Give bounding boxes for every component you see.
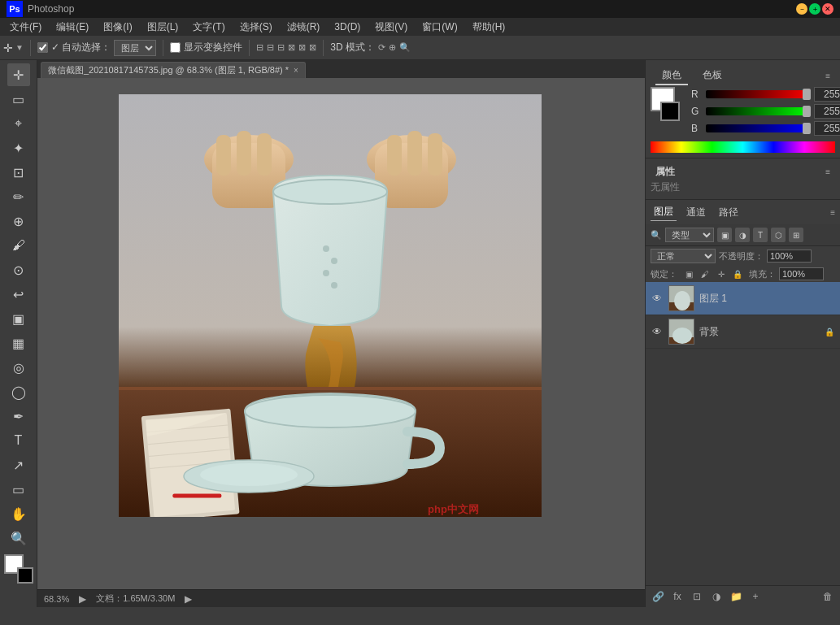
filter-adjustment-icon[interactable]: ◑: [735, 228, 750, 242]
eyedropper-tool[interactable]: ✏: [7, 185, 30, 208]
layer-adjustment-icon[interactable]: ◑: [709, 589, 724, 604]
move-tool[interactable]: ✛: [7, 63, 30, 86]
opacity-label: 不透明度：: [719, 250, 764, 263]
color-panel-menu[interactable]: ≡: [825, 72, 830, 80]
minimize-button[interactable]: －: [796, 3, 807, 15]
layer-delete-icon[interactable]: 🗑: [820, 589, 835, 604]
shape-tool[interactable]: ▭: [7, 478, 30, 501]
status-arrow-right[interactable]: ▶: [185, 593, 192, 605]
tab-layers[interactable]: 图层: [651, 203, 677, 221]
status-arrow[interactable]: ▶: [79, 593, 86, 605]
g-value[interactable]: [814, 104, 840, 119]
show-transform-checkbox[interactable]: [170, 42, 181, 53]
tab-swatches[interactable]: 色板: [696, 67, 729, 85]
align-center-v-icon[interactable]: ⊠: [298, 42, 306, 53]
menu-type[interactable]: 文字(T): [186, 19, 231, 36]
3d-pan-icon[interactable]: ⊕: [389, 42, 396, 53]
filter-shape-icon[interactable]: ⬡: [771, 228, 786, 242]
b-slider[interactable]: [706, 124, 811, 132]
layer-select[interactable]: 图层: [114, 40, 156, 56]
fg-bg-swatch[interactable]: [651, 87, 685, 121]
svg-point-15: [331, 258, 337, 264]
lock-paint-icon[interactable]: 🖌: [699, 267, 712, 280]
filter-type-select[interactable]: 类型: [665, 228, 714, 242]
align-center-h-icon[interactable]: ⊟: [267, 42, 274, 53]
background-color[interactable]: [17, 567, 33, 584]
opacity-input[interactable]: [767, 250, 812, 263]
menu-edit[interactable]: 编辑(E): [50, 19, 95, 36]
layer-bg-visibility[interactable]: 👁: [651, 325, 664, 338]
close-tab-button[interactable]: ×: [294, 66, 298, 75]
gradient-tool[interactable]: ▦: [7, 332, 30, 354]
props-panel-menu[interactable]: ≡: [825, 167, 830, 176]
align-top-icon[interactable]: ⊠: [288, 42, 295, 53]
layer-link-icon[interactable]: 🔗: [651, 589, 665, 604]
fg-bg-colors[interactable]: [4, 554, 33, 584]
brush-tool[interactable]: 🖌: [7, 234, 30, 257]
lasso-tool[interactable]: ⌖: [7, 112, 30, 135]
layer-folder-icon[interactable]: 📁: [729, 589, 743, 604]
align-right-icon[interactable]: ⊟: [277, 42, 285, 53]
filter-smart-icon[interactable]: ⊞: [789, 228, 803, 242]
menu-view[interactable]: 视图(V): [368, 19, 414, 36]
layer-mask-icon[interactable]: ⊡: [690, 589, 704, 604]
lock-transparency-icon[interactable]: ▣: [682, 267, 695, 280]
r-value[interactable]: [814, 87, 840, 102]
crop-tool[interactable]: ⊡: [7, 161, 30, 184]
text-tool[interactable]: T: [7, 429, 30, 452]
dodge-tool[interactable]: ◯: [7, 380, 30, 403]
background-swatch[interactable]: [660, 102, 680, 121]
g-slider[interactable]: [706, 107, 811, 115]
lock-all-icon[interactable]: 🔒: [731, 267, 744, 280]
window-controls[interactable]: － ＋ ✕: [796, 3, 833, 15]
menu-layer[interactable]: 图层(L): [141, 19, 185, 36]
layer-1-visibility[interactable]: 👁: [651, 292, 664, 305]
auto-select-label: ✓ 自动选择：: [51, 41, 111, 54]
layers-panel-menu[interactable]: ≡: [830, 208, 835, 217]
svg-point-31: [674, 291, 690, 310]
close-button[interactable]: ✕: [822, 3, 833, 15]
blend-mode-select[interactable]: 正常: [651, 249, 716, 263]
clone-tool[interactable]: ⊙: [7, 258, 30, 281]
3d-zoom-icon[interactable]: 🔍: [399, 42, 411, 53]
layer-fx-icon[interactable]: fx: [670, 589, 685, 604]
align-left-icon[interactable]: ⊟: [256, 42, 263, 53]
3d-mode-label: 3D 模式：: [330, 41, 375, 54]
menu-window[interactable]: 窗口(W): [416, 19, 464, 36]
document-tab[interactable]: 微信截图_20210817145735.jpg @ 68.3% (图层 1, R…: [41, 62, 306, 78]
tab-paths[interactable]: 路径: [716, 204, 742, 221]
filter-type-icon[interactable]: T: [753, 228, 768, 242]
b-value[interactable]: [814, 121, 840, 136]
zoom-tool[interactable]: 🔍: [7, 527, 30, 549]
pen-tool[interactable]: ✒: [7, 405, 30, 428]
menu-select[interactable]: 选择(S): [233, 19, 279, 36]
eraser-tool[interactable]: ▣: [7, 307, 30, 330]
align-bottom-icon[interactable]: ⊠: [309, 42, 316, 53]
menu-image[interactable]: 图像(I): [97, 19, 138, 36]
menu-filter[interactable]: 滤镜(R): [281, 19, 327, 36]
r-slider[interactable]: [706, 90, 811, 98]
layer-new-icon[interactable]: +: [748, 589, 763, 604]
maximize-button[interactable]: ＋: [809, 3, 820, 15]
blur-tool[interactable]: ◎: [7, 356, 30, 379]
hand-tool[interactable]: ✋: [7, 502, 30, 525]
select-tool[interactable]: ▭: [7, 88, 30, 111]
path-select-tool[interactable]: ↗: [7, 454, 30, 476]
3d-orbit-icon[interactable]: ⟳: [378, 42, 385, 53]
filter-pixel-icon[interactable]: ▣: [717, 228, 732, 242]
layer-item-bg[interactable]: 👁 背景 🔒: [646, 315, 840, 349]
tab-channels[interactable]: 通道: [683, 204, 709, 221]
menu-file[interactable]: 文件(F): [3, 19, 48, 36]
healing-tool[interactable]: ⊕: [7, 210, 30, 232]
magic-wand-tool[interactable]: ✦: [7, 137, 30, 159]
history-tool[interactable]: ↩: [7, 283, 30, 306]
lock-move-icon[interactable]: ✛: [715, 267, 728, 280]
workspace: 微信截图_20210817145735.jpg @ 68.3% (图层 1, R…: [37, 60, 645, 607]
fill-input[interactable]: [779, 267, 824, 280]
menu-help[interactable]: 帮助(H): [466, 19, 512, 36]
tab-color[interactable]: 颜色: [655, 67, 688, 85]
auto-select-checkbox[interactable]: [37, 42, 48, 53]
layer-item-1[interactable]: 👁 图层 1: [646, 282, 840, 315]
menu-3d[interactable]: 3D(D): [328, 20, 367, 34]
color-spectrum-bar[interactable]: [651, 141, 835, 153]
